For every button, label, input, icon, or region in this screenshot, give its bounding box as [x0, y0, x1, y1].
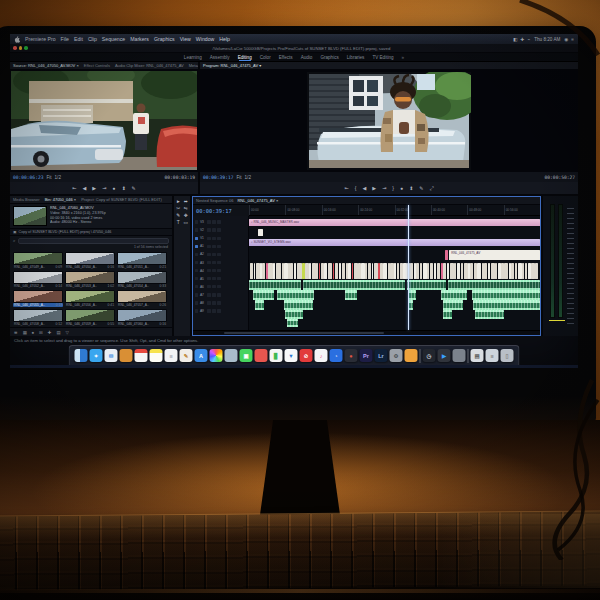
timeline-clip-audio[interactable] — [277, 290, 315, 300]
clip-thumbnail-image[interactable] — [117, 271, 167, 284]
track-visibility-toggle[interactable] — [217, 220, 220, 223]
timeline-tab[interactable]: RNL_046_47475_AV × — [237, 198, 278, 203]
track-lock-toggle[interactable] — [207, 261, 210, 264]
timeline-clip-cut[interactable] — [488, 263, 490, 279]
timeline-clip-cut[interactable] — [276, 263, 281, 279]
track-lock-toggle[interactable] — [207, 237, 210, 240]
timeline-clip-audio[interactable] — [345, 290, 357, 300]
clip-thumbnail-item[interactable]: RNL_046_47053_A.. 1:02 — [65, 271, 115, 288]
minimize-window-button[interactable] — [19, 46, 23, 50]
track-visibility-toggle[interactable] — [217, 277, 220, 280]
track-sync-toggle[interactable] — [212, 220, 215, 223]
timeline-clip-cut[interactable] — [328, 263, 332, 279]
program-transport-button[interactable]: ⇥ — [382, 186, 386, 191]
dock-icon[interactable]: ◷ — [423, 349, 436, 362]
timeline-horizontal-scrollbar[interactable] — [193, 330, 540, 335]
track-source-patch[interactable] — [195, 285, 198, 288]
track-visibility-toggle[interactable] — [217, 301, 220, 304]
project-panel-tab[interactable]: Media Browser — [13, 197, 40, 202]
track-sync-toggle[interactable] — [212, 245, 215, 248]
timeline-clip-audio[interactable] — [285, 310, 302, 319]
program-transport-button[interactable]: ⤢ — [429, 186, 433, 191]
dock-icon[interactable] — [255, 349, 268, 362]
track-header-row[interactable]: A6 — [193, 283, 248, 291]
clip-thumbnail-image[interactable] — [65, 252, 115, 265]
track-header-row[interactable]: A3 — [193, 258, 248, 266]
timeline-clip-cut[interactable] — [535, 263, 537, 279]
timeline-clip-cut[interactable] — [284, 263, 287, 279]
workspace-overflow-icon[interactable]: » — [402, 55, 405, 60]
program-transport-button[interactable]: ▶ — [372, 186, 376, 191]
timeline-ruler[interactable]: 00:0000:08:0000:16:0000:24:0000:32:0000:… — [249, 205, 540, 216]
dock-icon[interactable] — [420, 349, 421, 363]
track-source-patch[interactable] — [195, 309, 198, 312]
project-panel-tab[interactable]: Bin: 47050_046 × — [45, 197, 76, 202]
track-visibility-toggle[interactable] — [217, 245, 220, 248]
project-panel-tab[interactable]: Project: Copy of SUNSET BLVD (FULL EDIT) — [81, 197, 162, 202]
timeline-clip-cut[interactable] — [518, 263, 522, 279]
dock-icon[interactable]: ● — [345, 349, 358, 362]
track-header-row[interactable]: A4 — [193, 267, 248, 275]
timeline-clip-audio[interactable] — [407, 280, 446, 290]
clip-thumbnail-item[interactable]: RNL_046_47059_A.. 0:55 — [65, 309, 115, 326]
timeline-clip-audio[interactable] — [448, 280, 540, 290]
status-icon[interactable]: ⌁ — [527, 37, 530, 42]
sequence-timecode[interactable]: 00:00:39:17 — [193, 205, 249, 216]
project-footer-button[interactable]: ⏺ — [32, 330, 34, 335]
timeline-clip-cut[interactable] — [423, 263, 427, 279]
track-visibility-toggle[interactable] — [217, 309, 220, 312]
timeline-clip-cut[interactable] — [262, 263, 265, 279]
timeline-clip-audio[interactable] — [408, 290, 417, 300]
dock-icon[interactable] — [225, 349, 238, 362]
clip-thumbnail-image[interactable] — [13, 271, 63, 284]
track-header-row[interactable]: A8 — [193, 299, 248, 307]
track-header-row[interactable]: A9 — [193, 307, 248, 315]
clip-thumbnail-item[interactable]: RNL_046_47058_A.. 0:12 — [13, 309, 63, 326]
timeline-clip-cut[interactable] — [256, 263, 260, 279]
dock-icon[interactable]: ≡ — [486, 349, 499, 362]
timeline-clip-audio[interactable] — [473, 300, 540, 310]
track-lock-toggle[interactable] — [207, 228, 210, 231]
dock-icon[interactable]: ✦ — [90, 349, 103, 362]
clip-thumbnail-image[interactable] — [13, 309, 63, 322]
timeline-clip-audio[interactable] — [472, 290, 540, 300]
timeline-clip-cut[interactable] — [420, 263, 423, 279]
program-video-viewer[interactable] — [200, 70, 578, 171]
workspace-tab[interactable]: Color — [260, 55, 271, 60]
program-transport-button[interactable]: ● — [400, 186, 403, 191]
timeline-clip-cut[interactable] — [434, 263, 436, 279]
source-panel-tab[interactable]: Effect Controls — [84, 63, 110, 68]
clip-thumbnail-item[interactable]: RNL_046_47051_A.. 0:21 — [117, 252, 167, 269]
track-header-row[interactable]: A5 — [193, 275, 248, 283]
timeline-clip-cut[interactable] — [342, 263, 346, 279]
clip-thumbnail-image[interactable] — [65, 290, 115, 303]
clip-thumbnail-image[interactable] — [117, 290, 167, 303]
timeline-clip-cut[interactable] — [321, 263, 324, 279]
track-sync-toggle[interactable] — [212, 285, 215, 288]
timeline-clip-cut[interactable] — [525, 263, 528, 279]
dock-icon[interactable]: ▼ — [285, 349, 298, 362]
timeline-clip-cut[interactable] — [437, 263, 440, 279]
timeline-clip-cut[interactable] — [470, 263, 473, 279]
dock-icon[interactable]: Pr — [360, 349, 373, 362]
track-lock-toggle[interactable] — [207, 285, 210, 288]
track-source-patch[interactable] — [195, 228, 198, 231]
timeline-clip-video[interactable]: RNL_046_47475_AV — [449, 250, 540, 260]
source-zoom-dropdown[interactable]: 1/2 — [55, 175, 61, 180]
timeline-clip-cut[interactable] — [491, 263, 495, 279]
track-visibility-toggle[interactable] — [217, 261, 220, 264]
clip-thumbnail-item[interactable]: RNL_046_47054_A.. 0:33 — [117, 271, 167, 288]
clip-thumbnail-item[interactable]: RNL_046_47056_A.. 0:41 — [65, 290, 115, 307]
track-visibility-toggle[interactable] — [217, 269, 220, 272]
tool-button[interactable]: ► — [175, 199, 182, 204]
clip-thumbnail-item[interactable]: RNL_046_47049_A.. 0:09 — [13, 252, 63, 269]
status-icon-right[interactable]: ◉ — [564, 37, 568, 42]
timeline-clip-cut[interactable] — [394, 263, 396, 279]
track-source-patch[interactable] — [195, 237, 198, 240]
track-source-patch[interactable] — [195, 245, 198, 248]
timeline-clip-cut[interactable] — [380, 263, 383, 279]
playhead[interactable] — [408, 205, 409, 330]
project-footer-button[interactable]: ▽ — [66, 330, 69, 335]
track-sync-toggle[interactable] — [212, 293, 215, 296]
track-lock-toggle[interactable] — [207, 301, 210, 304]
